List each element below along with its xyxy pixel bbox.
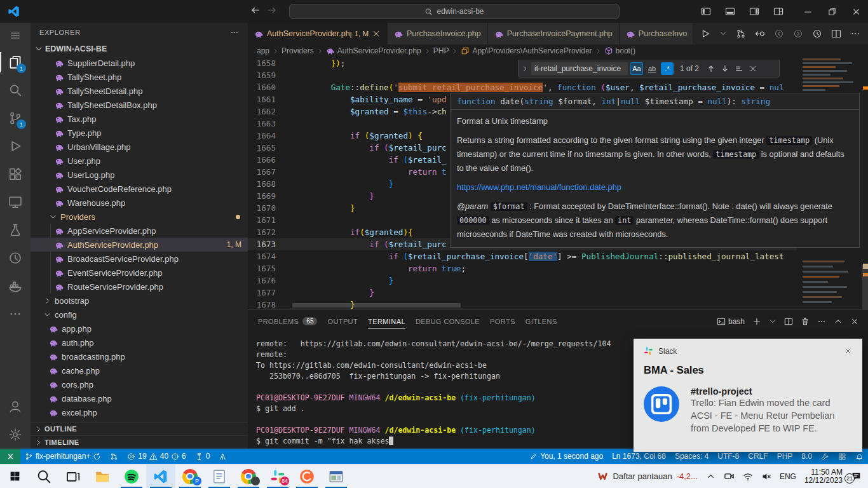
chevron-down-button[interactable] — [719, 30, 727, 37]
taskbar-app-window[interactable] — [322, 464, 351, 488]
history-button[interactable] — [812, 29, 822, 39]
tower-status[interactable]: 0 — [191, 449, 215, 464]
panel-tab[interactable]: GITLENS — [526, 310, 557, 332]
new-terminal-button[interactable] — [752, 317, 761, 326]
gitlens-status[interactable] — [214, 449, 231, 464]
tree-folder[interactable]: bootstrap — [31, 294, 248, 308]
editor-tab[interactable]: PurchaseInvoi — [620, 23, 695, 44]
remote-indicator[interactable] — [0, 449, 20, 464]
split-terminal-button[interactable] — [784, 317, 793, 326]
tree-file[interactable]: TallySheet.php — [31, 70, 248, 84]
find-in-selection-button[interactable] — [733, 62, 745, 75]
problems-status[interactable]: 19406 — [123, 449, 190, 464]
run-button[interactable] — [700, 29, 710, 39]
tree-file[interactable]: Tax.php — [31, 112, 248, 126]
activity-testing[interactable] — [0, 216, 31, 244]
taskbar-vscode[interactable] — [146, 464, 175, 488]
editor-tab[interactable]: PurchaseInvoicePayment.php — [488, 23, 620, 44]
tree-file[interactable]: Type.php — [31, 126, 248, 140]
tray-volume[interactable] — [761, 471, 771, 482]
panel-tab[interactable]: PORTS — [490, 310, 515, 332]
slack-notification[interactable]: SlackBMA - Sales#trello-projectTrello: F… — [634, 339, 862, 452]
breadcrumb[interactable]: appProvidersAuthServiceProvider.phpPHPAp… — [248, 44, 868, 57]
layout-panel-button[interactable] — [718, 0, 742, 23]
close-panel-button[interactable] — [850, 317, 859, 326]
activity-extensions[interactable] — [0, 160, 31, 188]
activity-docker[interactable] — [0, 272, 31, 300]
toast-close-button[interactable] — [844, 347, 852, 355]
kill-terminal-button[interactable] — [801, 317, 810, 326]
terminal-dropdown-button[interactable] — [769, 318, 776, 325]
git-blame-status[interactable]: You, 1 second ago — [526, 449, 607, 464]
layout-sidebar-left-button[interactable] — [694, 0, 718, 23]
tree-file[interactable]: User.php — [31, 154, 248, 168]
tree-file[interactable]: database.php — [31, 391, 248, 405]
branch-status[interactable]: fix-perhitungan+ — [20, 449, 105, 464]
find-close-button[interactable] — [747, 62, 759, 75]
activity-gitlens[interactable] — [0, 244, 31, 272]
taskbar-folder[interactable] — [88, 464, 117, 488]
tray-language[interactable]: ENG — [780, 472, 796, 481]
chevron-right-icon[interactable] — [521, 65, 529, 72]
sidebar-section-timeline[interactable]: TIMELINE — [31, 435, 248, 449]
minimize-button[interactable] — [796, 0, 820, 23]
activity-menu[interactable] — [0, 23, 31, 48]
taskbar-postman[interactable] — [292, 464, 322, 488]
more-button[interactable] — [850, 29, 860, 39]
tree-file[interactable]: EventServiceProvider.php — [31, 266, 248, 280]
tray-meet-now[interactable] — [724, 471, 735, 482]
pull-request-status[interactable] — [105, 449, 123, 464]
tree-file[interactable]: excel.php — [31, 405, 248, 419]
activity-source-control[interactable]: 1 — [0, 104, 31, 132]
activity-remote-explorer[interactable] — [0, 188, 31, 216]
tree-file[interactable]: cors.php — [31, 377, 248, 391]
close-icon[interactable] — [372, 29, 381, 38]
open-changes-button[interactable] — [755, 29, 765, 39]
regex-toggle[interactable]: .* — [661, 62, 674, 75]
find-next-button[interactable] — [719, 62, 731, 75]
match-case-toggle[interactable]: Aa — [630, 62, 643, 75]
taskbar-win-start[interactable] — [0, 464, 29, 488]
tree-file[interactable]: auth.php — [31, 336, 248, 349]
taskbar-slack-logo[interactable]: 84 — [263, 464, 292, 488]
activity-more[interactable] — [0, 300, 31, 328]
tray-show-hidden[interactable] — [706, 471, 715, 481]
tray-notification-center[interactable]: 21 — [851, 471, 862, 482]
vertical-scrollbar[interactable] — [862, 264, 868, 309]
tray-clock[interactable]: 11:50 AM12/12/2023 — [804, 468, 843, 485]
panel-tab[interactable]: PROBLEMS65 — [258, 310, 317, 332]
taskbar-notepad[interactable] — [205, 464, 234, 488]
restore-button[interactable] — [820, 0, 844, 23]
close-button[interactable] — [844, 0, 868, 23]
nav-forward-button[interactable] — [793, 29, 803, 39]
tree-file[interactable]: TallySheetDetail.php — [31, 84, 248, 98]
editor-tab[interactable]: PurchaseInvoice.php — [388, 23, 488, 44]
find-previous-button[interactable] — [705, 62, 717, 75]
taskbar-win-search[interactable] — [29, 464, 58, 488]
find-input[interactable] — [531, 62, 628, 75]
tree-file[interactable]: UserLog.php — [31, 168, 248, 182]
tree-folder[interactable]: Providers — [31, 210, 248, 224]
tree-file[interactable]: cache.php — [31, 363, 248, 377]
workspace-root[interactable]: EDWIN-ACSI-BE — [31, 42, 248, 56]
activity-files[interactable]: 1 — [0, 48, 31, 76]
taskbar-chrome[interactable] — [234, 464, 263, 488]
tree-file[interactable]: Warehouse.php — [31, 196, 248, 210]
taskbar-chrome[interactable]: P — [175, 464, 205, 488]
horizontal-scrollbar[interactable] — [292, 303, 461, 308]
panel-more-button[interactable] — [817, 317, 826, 326]
tree-file[interactable]: broadcasting.php — [31, 349, 248, 363]
sidebar-section-outline[interactable]: OUTLINE — [31, 422, 248, 435]
tree-file[interactable]: AuthServiceProvider.php1, M — [31, 238, 248, 252]
activity-settings[interactable] — [0, 421, 31, 449]
activity-account[interactable] — [0, 393, 31, 421]
tree-file[interactable]: BroadcastServiceProvider.php — [31, 252, 248, 266]
tree-file[interactable]: TallySheetDetailBox.php — [31, 98, 248, 112]
activity-search[interactable] — [0, 76, 31, 104]
activity-debug[interactable] — [0, 132, 31, 160]
taskbar-spotify[interactable] — [117, 464, 146, 488]
tree-file[interactable]: UrbanVillage.php — [31, 140, 248, 154]
pull-request-button[interactable] — [736, 29, 746, 39]
nav-back-button[interactable] — [250, 5, 261, 15]
tree-file[interactable]: AppServiceProvider.php — [31, 224, 248, 238]
